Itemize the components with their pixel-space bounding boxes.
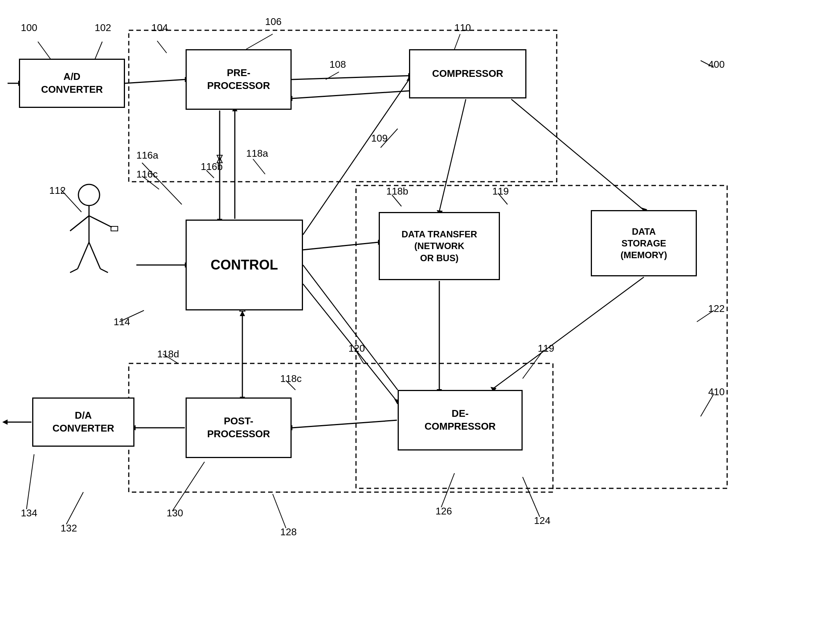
svg-line-78	[89, 242, 100, 269]
da-converter-block: D/ACONVERTER	[32, 397, 134, 447]
label-134: 134	[21, 507, 37, 519]
svg-line-79	[70, 269, 78, 273]
label-114: 114	[114, 316, 130, 328]
svg-line-62	[523, 477, 540, 517]
data-transfer-block: DATA TRANSFER(NETWORKOR BUS)	[379, 212, 500, 280]
diagram: A/D CONVERTER PRE-PROCESSOR COMPRESSOR C…	[0, 0, 840, 625]
label-126: 126	[436, 505, 452, 517]
label-410: 410	[708, 386, 724, 398]
label-109: 109	[371, 132, 387, 144]
svg-line-75	[89, 216, 112, 227]
person-figure	[59, 182, 119, 291]
svg-line-77	[78, 242, 89, 269]
svg-line-80	[100, 269, 108, 273]
svg-point-72	[78, 184, 100, 206]
control-block: CONTROL	[186, 220, 303, 310]
ad-converter-block: A/D CONVERTER	[19, 59, 125, 108]
label-122: 122	[708, 303, 724, 315]
svg-line-54	[253, 159, 265, 174]
label-119b: 119	[538, 343, 554, 354]
label-104: 104	[151, 22, 168, 34]
svg-marker-33	[2, 419, 8, 425]
svg-line-43	[95, 42, 102, 60]
label-128: 128	[280, 526, 297, 538]
svg-line-45	[246, 34, 273, 49]
label-110: 110	[454, 22, 471, 34]
label-132: 132	[61, 522, 77, 534]
svg-line-18	[303, 242, 378, 250]
svg-marker-70	[240, 311, 245, 316]
svg-line-20	[439, 99, 466, 211]
label-400: 400	[708, 59, 724, 70]
label-118c: 118c	[280, 373, 301, 385]
svg-line-7	[292, 76, 408, 79]
svg-line-28	[292, 420, 397, 428]
label-102: 102	[95, 22, 111, 34]
post-processor-block: POST-PROCESSOR	[186, 397, 292, 458]
label-130: 130	[167, 507, 183, 519]
svg-line-26	[492, 277, 644, 389]
svg-line-22	[511, 99, 644, 210]
svg-line-64	[273, 494, 286, 528]
label-118a: 118a	[246, 148, 268, 159]
svg-rect-76	[111, 226, 118, 231]
label-118b: 118b	[386, 185, 408, 197]
label-100: 100	[21, 22, 37, 34]
svg-line-74	[70, 216, 89, 231]
svg-line-66	[66, 492, 83, 524]
svg-line-5	[125, 79, 185, 83]
svg-line-9	[292, 91, 409, 98]
svg-line-63	[441, 473, 454, 507]
label-120: 120	[348, 343, 365, 354]
preprocessor-block: PRE-PROCESSOR	[186, 49, 292, 110]
svg-line-67	[27, 454, 34, 509]
label-118d: 118d	[157, 348, 179, 360]
label-108: 108	[329, 59, 346, 70]
svg-line-39	[303, 265, 398, 390]
data-storage-block: DATASTORAGE(MEMORY)	[591, 210, 697, 276]
label-119a: 119	[492, 185, 509, 197]
svg-line-44	[157, 41, 167, 53]
decompressor-block: DE-COMPRESSOR	[398, 390, 523, 450]
label-116a: 116a	[136, 150, 158, 161]
svg-line-48	[454, 34, 460, 49]
svg-line-65	[172, 462, 205, 511]
label-124: 124	[534, 515, 550, 527]
label-106: 106	[265, 16, 281, 28]
label-116b: 116b	[201, 161, 223, 173]
label-116c: 116c	[136, 168, 158, 180]
label-112: 112	[49, 185, 66, 196]
compressor-block: COMPRESSOR	[409, 49, 526, 98]
